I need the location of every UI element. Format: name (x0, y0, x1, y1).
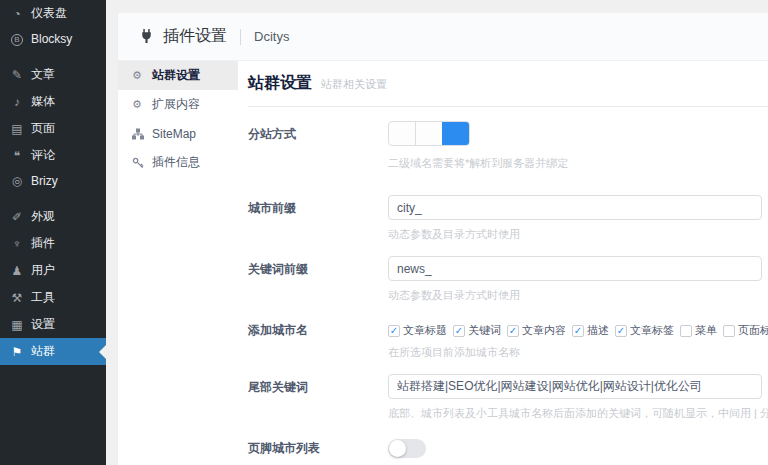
form-row-keyword-prefix: 关键词前缀 动态参数及目录方式时使用 (248, 256, 768, 303)
sidebar-item-posts[interactable]: ✎ 文章 (0, 61, 106, 88)
users-icon: ♟ (10, 265, 24, 277)
field-label: 尾部关键词 (248, 374, 388, 421)
page-title: 插件设置 (163, 26, 227, 47)
sidebar-item-label: Blocksy (31, 32, 72, 46)
key-icon (132, 157, 146, 169)
tail-keywords-input[interactable] (388, 374, 762, 399)
sidebar-item-brizy[interactable]: ◎ Brizy (0, 169, 106, 193)
checkbox-icon: ✓ (507, 325, 519, 337)
plugins-icon: ♆ (10, 238, 24, 250)
field-hint: 动态参数及目录方式时使用 (388, 227, 762, 242)
checkbox-label: 文章内容 (522, 323, 566, 338)
checkbox-option[interactable]: ✓ 描述 (572, 323, 609, 338)
sites-icon: ⚑ (10, 346, 24, 358)
appearance-icon: ✐ (10, 211, 24, 223)
sidebar-item-label: 设置 (31, 316, 55, 333)
submenu-item[interactable] (0, 408, 106, 414)
field-hint: 在所选项目前添加城市名称 (388, 345, 768, 360)
subnav-item-label: SiteMap (152, 127, 196, 141)
posts-icon: ✎ (10, 69, 24, 81)
checkbox-icon: ✓ (615, 325, 627, 337)
comments-icon: ❝ (10, 150, 24, 162)
sidebar-item-label: 页面 (31, 120, 55, 137)
toggle-knob (389, 440, 406, 457)
form-row-site-mode: 分站方式 二级域名需要将*解析到服务器并绑定 (248, 121, 768, 171)
sidebar-item-dashboard[interactable]: ◔ 仪表盘 (0, 0, 106, 27)
field-hint: 底部、城市列表及小工具城市名称后面添加的关键词，可随机显示，中间用 | 分割 (388, 406, 768, 421)
site-mode-option[interactable] (389, 122, 415, 145)
section-subtitle: 站群相关设置 (321, 77, 387, 92)
checkbox-option[interactable]: ✓ 文章内容 (507, 323, 566, 338)
gear-icon: ⚙ (132, 70, 146, 81)
field-label: 城市前缀 (248, 195, 388, 242)
checkbox-label: 菜单 (695, 323, 717, 338)
footer-city-list-toggle[interactable] (388, 439, 426, 458)
sitemap-icon (132, 128, 146, 140)
keyword-prefix-input[interactable] (388, 256, 762, 281)
pages-icon: ▤ (10, 123, 24, 135)
subnav-item-label: 站群设置 (152, 67, 200, 84)
settings-subnav: ⚙ 站群设置 ⚙ 扩展内容 SiteMap 插件信息 (118, 61, 238, 465)
form-row-footer-city-list: 页脚城市列表 页面底部页脚显示城市列表 (248, 435, 768, 465)
plugin-settings-card: 插件设置 Dcitys ⚙ 站群设置 ⚙ 扩展内容 SiteMap 插件信息 站… (118, 13, 768, 465)
site-mode-button-group (388, 121, 470, 146)
sites-submenu (0, 365, 106, 418)
checkbox-option[interactable]: ✓ 文章标题 (388, 323, 447, 338)
checkbox-icon (723, 325, 735, 337)
sidebar-item-media[interactable]: ♪ 媒体 (0, 88, 106, 115)
subnav-item-label: 插件信息 (152, 154, 200, 171)
city-prefix-input[interactable] (388, 195, 762, 220)
plug-icon (138, 28, 155, 45)
sidebar-item-plugins[interactable]: ♆ 插件 (0, 230, 106, 257)
field-label: 分站方式 (248, 121, 388, 171)
sidebar-item-blocksy[interactable]: B Blocksy (0, 27, 106, 51)
checkbox-option[interactable]: 菜单 (680, 323, 717, 338)
checkbox-option[interactable]: 页面标题 (723, 323, 768, 338)
plugin-name: Dcitys (254, 29, 289, 44)
checkbox-label: 页面标题 (738, 323, 768, 338)
subnav-item[interactable]: 插件信息 (118, 148, 238, 177)
checkbox-option[interactable]: ✓ 文章标签 (615, 323, 674, 338)
settings-icon: ▦ (10, 319, 24, 331)
cogs-icon: ⚙ (132, 99, 146, 110)
sidebar-item-label: 文章 (31, 66, 55, 83)
sidebar-item-label: 插件 (31, 235, 55, 252)
checkbox-label: 文章标题 (403, 323, 447, 338)
checkbox-icon (680, 325, 692, 337)
add-city-name-checkbox-group: ✓ 文章标题 ✓ 关键词 ✓ 文章内容 ✓ 描述 ✓ 文章标签 菜单 页面标题 (388, 317, 768, 338)
blocksy-icon: B (10, 32, 24, 46)
brizy-icon: ◎ (10, 175, 24, 187)
sidebar-item-settings[interactable]: ▦ 设置 (0, 311, 106, 338)
site-mode-option[interactable] (415, 122, 442, 145)
sidebar-item-sites[interactable]: ⚑ 站群 (0, 338, 106, 365)
sidebar-menu: ◔ 仪表盘 B Blocksy ✎ 文章 ♪ 媒体 ▤ 页面 ❝ 评论 ◎ Br… (0, 0, 106, 365)
site-mode-option[interactable] (442, 122, 469, 145)
field-label: 添加城市名 (248, 317, 388, 360)
sidebar-item-appearance[interactable]: ✐ 外观 (0, 203, 106, 230)
sidebar-item-tools[interactable]: ⚒ 工具 (0, 284, 106, 311)
sidebar-item-label: 媒体 (31, 93, 55, 110)
header-divider (240, 29, 241, 45)
sidebar-item-pages[interactable]: ▤ 页面 (0, 115, 106, 142)
checkbox-icon: ✓ (453, 325, 465, 337)
sidebar-item-label: 评论 (31, 147, 55, 164)
field-hint: 二级域名需要将*解析到服务器并绑定 (388, 156, 568, 171)
page-header: 插件设置 Dcitys (118, 13, 768, 61)
sidebar-item-comments[interactable]: ❝ 评论 (0, 142, 106, 169)
sidebar-item-label: 外观 (31, 208, 55, 225)
sidebar-item-label: 站群 (31, 343, 55, 360)
section-title: 站群设置 (248, 73, 312, 94)
subnav-item[interactable]: ⚙ 站群设置 (118, 61, 238, 90)
checkbox-icon: ✓ (388, 325, 400, 337)
subnav-item[interactable]: ⚙ 扩展内容 (118, 90, 238, 119)
field-label: 关键词前缀 (248, 256, 388, 303)
checkbox-option[interactable]: ✓ 关键词 (453, 323, 501, 338)
sidebar-item-label: 仪表盘 (31, 5, 67, 22)
subnav-item[interactable]: SiteMap (118, 119, 238, 148)
media-icon: ♪ (10, 96, 24, 108)
field-label: 页脚城市列表 (248, 435, 388, 465)
sidebar-item-label: Brizy (31, 174, 58, 188)
form-row-add-city-name: 添加城市名 ✓ 文章标题 ✓ 关键词 ✓ 文章内容 ✓ 描述 ✓ 文章标签 菜单… (248, 317, 768, 360)
sidebar-item-users[interactable]: ♟ 用户 (0, 257, 106, 284)
sidebar-item-label: 用户 (31, 262, 55, 279)
